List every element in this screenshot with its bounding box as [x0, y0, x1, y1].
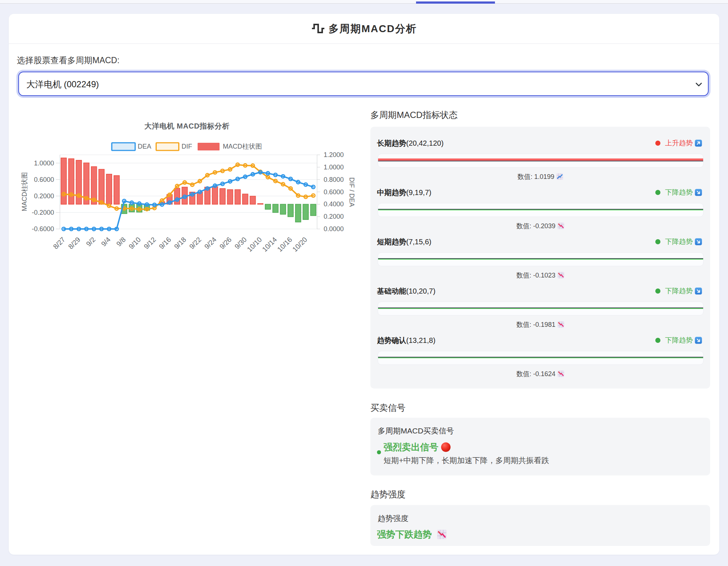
svg-text:10/10: 10/10 [245, 236, 263, 253]
svg-text:9/2: 9/2 [85, 236, 97, 248]
svg-text:9/8: 9/8 [115, 236, 127, 248]
svg-text:MACD柱状图: MACD柱状图 [223, 143, 262, 150]
svg-text:-0.2000: -0.2000 [32, 209, 54, 216]
svg-text:9/26: 9/26 [218, 236, 233, 251]
svg-text:9/22: 9/22 [188, 236, 203, 251]
svg-text:0.6000: 0.6000 [324, 188, 344, 196]
svg-text:0.2000: 0.2000 [324, 213, 344, 220]
svg-text:10/14: 10/14 [261, 236, 279, 253]
svg-text:10/16: 10/16 [276, 236, 293, 253]
svg-text:9/4: 9/4 [100, 236, 112, 248]
svg-text:-0.6000: -0.6000 [32, 225, 54, 233]
svg-text:9/18: 9/18 [173, 236, 188, 251]
svg-text:9/12: 9/12 [142, 236, 157, 251]
svg-text:0.6000: 0.6000 [34, 176, 54, 183]
svg-text:9/10: 9/10 [127, 236, 142, 251]
svg-text:10/20: 10/20 [291, 236, 308, 253]
svg-text:0.4000: 0.4000 [324, 200, 344, 208]
svg-text:大洋电机 MACD指标分析: 大洋电机 MACD指标分析 [144, 122, 229, 130]
svg-text:8/29: 8/29 [67, 236, 82, 251]
svg-text:0.2000: 0.2000 [34, 192, 54, 200]
svg-text:1.2000: 1.2000 [324, 151, 344, 158]
svg-text:9/16: 9/16 [157, 236, 172, 251]
svg-text:DEA: DEA [138, 143, 151, 150]
svg-text:DIF: DIF [182, 143, 192, 150]
svg-text:0.0000: 0.0000 [324, 225, 344, 233]
svg-text:1.0000: 1.0000 [324, 164, 344, 171]
svg-text:9/24: 9/24 [203, 236, 218, 251]
svg-text:DIF / DEA: DIF / DEA [348, 177, 355, 207]
svg-text:0.8000: 0.8000 [324, 176, 344, 183]
svg-text:1.0000: 1.0000 [34, 160, 54, 167]
svg-text:8/27: 8/27 [52, 236, 66, 251]
svg-text:MACD柱状图: MACD柱状图 [21, 172, 28, 211]
